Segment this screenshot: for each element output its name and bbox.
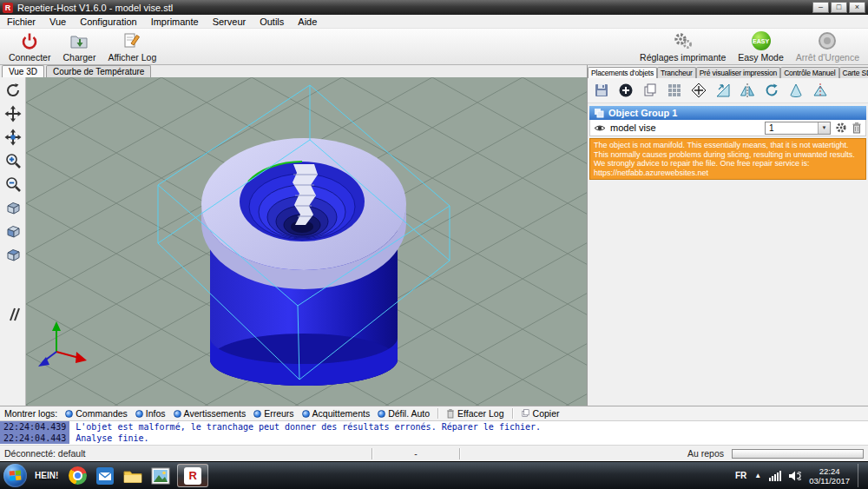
system-tray: FR ▲ 22:24 03/11/2017 (735, 464, 865, 487)
manifold-warning: The object is not manifold. This essenti… (589, 138, 866, 180)
close-button[interactable]: × (849, 2, 865, 13)
log-pencil-icon (122, 31, 141, 51)
add-object-icon[interactable] (615, 81, 637, 100)
menu-vue[interactable]: Vue (43, 15, 73, 28)
move-object-icon[interactable] (3, 128, 23, 147)
filter-infos[interactable]: Infos (135, 408, 166, 419)
trash-icon (446, 408, 455, 419)
iso-view-icon[interactable] (3, 198, 23, 217)
app-icon: R (3, 3, 13, 13)
load-icon (69, 31, 89, 51)
progress-bar (732, 449, 864, 459)
viewport-3d[interactable] (26, 77, 587, 406)
easy-mode-button[interactable]: EASY Easy Mode (732, 29, 790, 64)
toolbar-spacer (162, 29, 634, 64)
filter-label: Commandes (76, 408, 128, 419)
parallel-projection-icon[interactable] (3, 305, 23, 324)
main-toolbar: Connecter Charger Afficher Log Réglages … (0, 29, 868, 65)
filter-commandes[interactable]: Commandes (65, 408, 128, 419)
separator (437, 408, 438, 419)
top-view-icon[interactable] (3, 245, 23, 264)
log-message: Analyse finie. (76, 433, 148, 443)
filter-acquittements[interactable]: Acquittements (302, 408, 371, 419)
chevron-up-icon[interactable]: ▲ (754, 472, 761, 479)
image-viewer-taskbar-button[interactable] (149, 465, 172, 487)
filter-label: Avertissements (184, 408, 247, 419)
save-object-icon[interactable] (590, 81, 613, 100)
toggle-dot-icon (302, 410, 310, 418)
copy-log-label: Copier (533, 408, 560, 419)
mail-icon (95, 466, 115, 486)
zoom-out-icon[interactable] (3, 175, 23, 194)
explorer-taskbar-button[interactable] (122, 465, 144, 487)
drop-object-icon[interactable] (785, 81, 807, 100)
status-bar: Déconnecté: default - Au repos (0, 445, 868, 461)
connect-button[interactable]: Connecter (3, 29, 56, 64)
visibility-eye-icon[interactable] (594, 123, 606, 133)
scale-object-icon[interactable] (712, 81, 734, 100)
cut-object-icon[interactable] (809, 81, 832, 100)
tab-previsualiser[interactable]: Pré visualiser impression (696, 67, 780, 78)
tab-controle-manuel[interactable]: Contrôle Manuel (780, 67, 838, 78)
clear-log-button[interactable]: Effacer Log (446, 408, 504, 419)
clock[interactable]: 22:24 03/11/2017 (809, 466, 850, 486)
object-group-header[interactable]: Object Group 1 (589, 106, 866, 120)
menubar: Fichier Vue Configuration Imprimante Ser… (0, 15, 868, 29)
filter-defil-auto[interactable]: Défil. Auto (378, 408, 430, 419)
taskbar: HEIN! R FR ▲ 22:24 03/11/2017 (0, 461, 868, 489)
chrome-taskbar-button[interactable] (66, 465, 89, 487)
gears-icon (673, 31, 694, 51)
repetier-taskbar-button[interactable]: R (177, 464, 208, 487)
volume-icon[interactable] (789, 471, 801, 481)
tab-courbe-temperature[interactable]: Courbe de Température (46, 65, 151, 77)
object-settings-gear-icon[interactable] (835, 122, 847, 134)
right-panel: Placements d'objets Trancheur Pré visual… (587, 65, 868, 406)
copy-log-button[interactable]: Copier (521, 408, 560, 419)
zoom-in-icon[interactable] (3, 151, 23, 170)
mirror-object-icon[interactable] (736, 81, 759, 100)
menu-outils[interactable]: Outils (253, 15, 291, 28)
object-row[interactable]: model vise 1 ▼ (589, 120, 866, 136)
tab-placements-objets[interactable]: Placements d'objets (588, 67, 657, 78)
move-view-icon[interactable] (3, 104, 23, 123)
tab-trancheur[interactable]: Trancheur (657, 67, 696, 78)
filter-label: Acquittements (312, 408, 371, 419)
taskbar-gadget-label: HEIN! (35, 471, 58, 480)
copies-dropdown[interactable]: 1 ▼ (765, 122, 831, 135)
show-log-button[interactable]: Afficher Log (102, 29, 162, 64)
menu-fichier[interactable]: Fichier (0, 15, 43, 28)
rotate-object-icon[interactable] (760, 81, 783, 100)
printer-settings-button[interactable]: Réglages imprimante (634, 29, 732, 64)
tab-vue-3d[interactable]: Vue 3D (2, 65, 44, 77)
repetier-icon: R (184, 467, 201, 485)
maximize-button[interactable]: □ (831, 2, 847, 13)
show-desktop-button[interactable] (858, 464, 865, 487)
center-object-icon[interactable] (687, 81, 710, 100)
autoposition-icon[interactable] (663, 81, 686, 100)
chrome-icon (69, 466, 87, 485)
model-vise-3d[interactable] (201, 138, 406, 386)
network-icon[interactable] (769, 471, 781, 481)
menu-serveur[interactable]: Serveur (206, 15, 253, 28)
mail-taskbar-button[interactable] (94, 465, 116, 487)
rotate-view-icon[interactable] (3, 81, 23, 100)
menu-aide[interactable]: Aide (291, 15, 324, 28)
front-view-icon[interactable] (3, 221, 23, 241)
filter-label: Erreurs (264, 408, 293, 419)
language-indicator[interactable]: FR (735, 471, 746, 480)
minimize-button[interactable]: – (812, 2, 829, 13)
status-center: - (372, 448, 459, 459)
filter-avertissements[interactable]: Avertissements (174, 408, 247, 419)
chevron-down-icon: ▼ (818, 122, 830, 134)
emergency-stop-button[interactable]: Arrêt d'Urgence (790, 29, 865, 64)
start-button[interactable] (3, 464, 27, 487)
copy-object-icon[interactable] (639, 81, 661, 100)
tab-carte-sd[interactable]: Carte SD (839, 67, 868, 78)
menu-configuration[interactable]: Configuration (73, 15, 143, 28)
filter-erreurs[interactable]: Erreurs (253, 408, 293, 419)
load-button[interactable]: Charger (56, 29, 102, 64)
delete-trash-icon[interactable] (852, 122, 862, 134)
menu-imprimante[interactable]: Imprimante (144, 15, 206, 28)
toggle-dot-icon (65, 410, 73, 418)
log-view[interactable]: 22:24:04.439 L'objet est malformé, le tr… (0, 421, 868, 445)
